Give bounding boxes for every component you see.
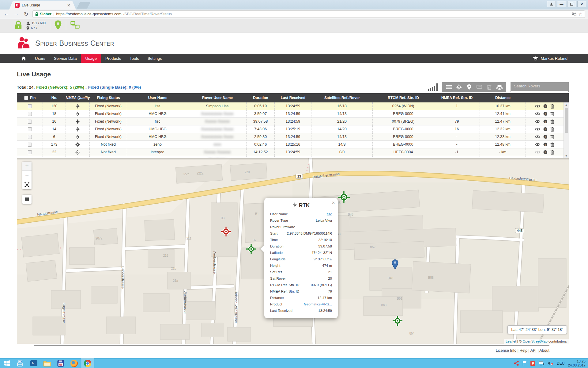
message-rover-icon[interactable]: ! [543,142,548,147]
show-extent-button[interactable] [22,195,32,204]
footer-link[interactable]: Help [519,348,527,353]
new-tab-button[interactable] [77,2,91,9]
browser-tab[interactable]: Live Usage ✕ [9,1,76,10]
positioning-pin-icon[interactable] [55,20,62,31]
delete-button[interactable] [484,82,494,92]
tray-volume-muted-icon[interactable] [548,361,553,366]
nav-item[interactable]: Users [31,54,50,63]
table-row[interactable]: 120 Fixed (Network) lisa Simpson Lisa 0:… [17,102,564,110]
view-on-map-icon[interactable] [535,120,540,123]
map[interactable]: HauptstrasseBalgacherstrasseBalgacherstr… [17,158,569,344]
rover-marker-green[interactable] [338,191,350,205]
close-button[interactable]: ✕ [577,1,586,7]
footer-link[interactable]: API [530,348,537,353]
start-button[interactable] [0,358,13,368]
nav-item[interactable]: Service Data [50,54,81,63]
select-all-checkbox[interactable] [24,96,28,100]
taskbar-firefox[interactable] [67,358,81,368]
address-bar[interactable]: Sicher | https://nrsdemo.leica-geosystem… [32,10,585,18]
network-status-icon[interactable] [70,21,80,30]
row-checkbox[interactable] [28,135,32,139]
delete-rover-icon[interactable] [550,112,554,116]
table-scrollbar[interactable]: ▲ ▼ [564,102,569,158]
leaflet-link[interactable]: Leaflet [506,339,516,343]
taskbar-file-manager[interactable]: -64- [54,358,67,368]
message-button[interactable] [474,82,484,92]
translate-icon[interactable]: A [572,12,576,17]
scroll-up-icon[interactable]: ▲ [565,102,568,107]
table-row[interactable]: 22 Not fixed intergeo Xxxxxx Xxxxxxx 14:… [17,148,564,156]
table-row[interactable]: 173 Not fixed zeno xxxx 0:02:46 13:25:16… [17,141,564,148]
taskbar-file-explorer[interactable] [40,358,54,368]
view-on-map-icon[interactable] [535,143,540,146]
reload-button[interactable]: ↻ [23,11,29,17]
scrollbar-thumb[interactable] [565,108,568,133]
row-checkbox[interactable] [28,120,32,124]
usage-graph-icon[interactable] [428,83,438,91]
table-row[interactable]: 6 Fixed (Network) HMC-HBG Xxxxxxxxxxx Xx… [17,133,564,141]
reference-marker-blue[interactable] [392,259,398,271]
tray-remote-icon[interactable] [539,361,545,366]
delete-rover-icon[interactable] [550,135,554,139]
rover-marker-green-selected[interactable] [246,244,256,255]
delete-rover-icon[interactable] [550,127,554,132]
rover-marker-green[interactable] [392,316,403,327]
zoom-in-button[interactable]: + [22,162,32,171]
show-on-map-button[interactable] [464,82,474,92]
row-checkbox[interactable] [28,112,32,116]
security-indicator[interactable]: Sicher [35,12,51,16]
message-rover-icon[interactable]: ! [543,150,548,155]
table-row[interactable]: 16 Fixed (Network) fisc Xxxxxx Xxxxxx 39… [17,118,564,125]
search-rovers-input[interactable] [511,83,568,92]
view-on-map-icon[interactable] [535,104,540,108]
zoom-out-button[interactable]: − [22,171,32,180]
table-row[interactable]: 18 Fixed (Network) HMC-HBG Xxxxxxxxxxx X… [17,110,564,118]
bookmark-star-icon[interactable]: ☆ [578,12,582,17]
fullscreen-button[interactable] [22,180,32,189]
taskbar-powershell[interactable]: >_ [27,358,40,368]
row-checkbox[interactable] [28,104,32,108]
message-rover-icon[interactable]: ! [543,119,548,124]
taskbar-clock[interactable]: 13:25 24.08.2017 [568,359,586,367]
scroll-down-icon[interactable]: ▼ [565,153,568,158]
delete-rover-icon[interactable] [550,104,554,109]
message-rover-icon[interactable]: ! [543,127,548,132]
message-rover-icon[interactable]: ! [543,135,548,139]
delete-rover-icon[interactable] [550,150,554,155]
tab-close-icon[interactable]: ✕ [67,3,70,8]
forward-button[interactable]: → [13,11,20,17]
maximize-button[interactable] [567,1,576,7]
view-on-map-icon[interactable] [535,135,540,139]
nav-item[interactable]: Usage [81,54,101,63]
delete-rover-icon[interactable] [550,142,554,147]
nav-item[interactable]: Settings [143,54,166,63]
center-target-button[interactable] [454,82,464,92]
openstreetmap-link[interactable]: OpenStreetMap [523,339,548,343]
rover-marker-red[interactable] [221,226,231,238]
view-on-map-icon[interactable] [535,112,540,116]
view-on-map-icon[interactable] [535,150,540,154]
tray-p-icon[interactable]: P [530,361,535,366]
browser-profile-button[interactable] [547,1,556,7]
message-rover-icon[interactable]: ! [543,104,548,109]
delete-rover-icon[interactable] [550,119,554,124]
table-row[interactable]: 14 Fixed (Network) HMC-HBG Xxxxxxxxxxx X… [17,125,564,133]
tray-share-icon[interactable] [514,361,519,366]
row-checkbox[interactable] [28,150,32,154]
nav-item[interactable]: Tools [125,54,143,63]
taskbar-desktop-toolbox[interactable] [13,358,27,368]
row-checkbox[interactable] [28,127,32,131]
taskbar-chrome-active[interactable] [81,358,94,368]
popup-close-icon[interactable]: × [332,200,335,205]
list-view-button[interactable] [444,82,454,92]
layers-button[interactable] [494,82,504,92]
row-checkbox[interactable] [28,143,32,147]
keyboard-language[interactable]: DEU [557,361,564,366]
tray-flag-icon[interactable] [522,361,527,366]
footer-link[interactable]: License Info [496,348,516,353]
footer-link[interactable]: About [539,348,549,353]
back-button[interactable]: ← [3,11,10,17]
message-rover-icon[interactable]: ! [543,112,548,116]
current-user[interactable]: Markus Roland [531,54,569,63]
nav-item[interactable]: Products [101,54,125,63]
